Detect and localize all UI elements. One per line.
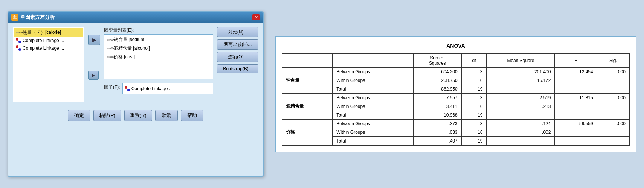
anova-table: Sum ofSquares df Mean Square F Sig. 钠含量 …: [282, 53, 630, 146]
col-empty1: [282, 53, 333, 67]
col-f: F: [555, 53, 597, 67]
f-val: [555, 76, 597, 85]
pencil-icon: ✏: [107, 55, 112, 60]
dep-list-box[interactable]: ✏ 钠含量 [sodium] ✏ 酒精含量 [alcohol] ✏ 价格 [co…: [104, 34, 213, 79]
arrow-right-button[interactable]: ▶: [88, 35, 100, 45]
factor-row: 因子(F): Complete Linkage ...: [104, 83, 213, 94]
sum-sq: .033: [413, 128, 461, 136]
sum-sq: 10.968: [413, 111, 461, 119]
df: 19: [461, 85, 487, 93]
sig: [597, 102, 629, 111]
df: 3: [461, 119, 487, 128]
df: 3: [461, 93, 487, 102]
table-row: 钠含量 Between Groups 604.200 3 201.400 12.…: [282, 67, 630, 76]
sum-sq: 7.557: [413, 93, 461, 102]
group-label: Between Groups: [333, 119, 414, 128]
dep-list-item[interactable]: ✏ 酒精含量 [alcohol]: [105, 44, 212, 53]
sig: [597, 111, 629, 119]
factor-label: 因子(F):: [104, 83, 120, 91]
group-label: Within Groups: [333, 128, 414, 136]
mean-sq: 201.400: [487, 67, 555, 76]
mean-sq: .213: [487, 102, 555, 111]
dep-label: 因变量列表(E):: [104, 27, 213, 33]
pencil-icon: ✏: [107, 46, 112, 51]
group-label: Between Groups: [333, 67, 414, 76]
df: 3: [461, 67, 487, 76]
category-alcohol: 酒精含量: [282, 93, 333, 119]
col-empty2: [333, 53, 414, 67]
f-val: 11.815: [555, 93, 597, 102]
dep-list-item[interactable]: ✏ 价格 [cost]: [105, 53, 212, 61]
cluster-icon: [125, 86, 130, 91]
group-label: Between Groups: [333, 93, 414, 102]
arrow-right-factor-button[interactable]: ▶: [88, 71, 99, 80]
dialog-body: ✏ 热量（卡）[calorie] Complete Linkage ...: [8, 23, 263, 129]
list-item[interactable]: Complete Linkage ...: [14, 44, 83, 52]
mean-sq: [487, 136, 555, 145]
bootstrap-button[interactable]: Bootstrap(B)...: [217, 64, 258, 73]
right-panels: 因变量列表(E): ✏ 钠含量 [sodium] ✏ 酒精含量 [alcohol…: [104, 27, 213, 94]
help-button[interactable]: 帮助: [181, 110, 203, 121]
f-val: [555, 102, 597, 111]
anova-title: ANOVA: [282, 43, 630, 49]
f-val: [555, 85, 597, 93]
list-item[interactable]: Complete Linkage ...: [14, 37, 83, 44]
col-df: df: [461, 53, 487, 67]
variable-list[interactable]: ✏ 热量（卡）[calorie] Complete Linkage ...: [13, 27, 84, 102]
sig: [597, 76, 629, 85]
table-row: Total 862.950 19: [282, 85, 630, 93]
dep-list-item[interactable]: ✏ 钠含量 [sodium]: [105, 35, 212, 44]
list-item-label: Complete Linkage ...: [23, 45, 64, 51]
paste-button[interactable]: 粘贴(P): [93, 110, 121, 121]
dep-item-label: 酒精含量 [alcohol]: [114, 45, 150, 52]
mean-sq: 16.172: [487, 76, 555, 85]
group-label: Within Groups: [333, 76, 414, 85]
arrow-column: ▶ ▶: [88, 27, 100, 80]
factor-box[interactable]: Complete Linkage ...: [122, 83, 213, 94]
col-sum-squares: Sum ofSquares: [413, 53, 461, 67]
mean-sq: [487, 85, 555, 93]
table-row: Within Groups 258.750 16 16.172: [282, 76, 630, 85]
title-left: 主 单因素方差分析: [11, 14, 55, 21]
list-item-label: Complete Linkage ...: [23, 38, 64, 43]
sum-sq: 862.950: [413, 85, 461, 93]
list-item-label: 热量（卡）[calorie]: [23, 29, 61, 36]
dialog-icon: 主: [11, 14, 18, 21]
sum-sq: 3.411: [413, 102, 461, 111]
mean-sq: .002: [487, 128, 555, 136]
f-val: 12.454: [555, 67, 597, 76]
table-row: Within Groups .033 16 .002: [282, 128, 630, 136]
options-button[interactable]: 选项(O)...: [217, 52, 258, 62]
cluster-icon: [16, 45, 21, 51]
mean-sq: [487, 111, 555, 119]
sig: .000: [597, 119, 629, 128]
table-row: 价格 Between Groups .373 3 .124 59.559 .00…: [282, 119, 630, 128]
post-hoc-button[interactable]: 两两比较(H)...: [217, 39, 258, 50]
table-row: Within Groups 3.411 16 .213: [282, 102, 630, 111]
df: 19: [461, 136, 487, 145]
dep-item-label: 价格 [cost]: [114, 54, 135, 60]
reset-button[interactable]: 重置(R): [124, 110, 152, 121]
f-val: 59.559: [555, 119, 597, 128]
sig: [597, 136, 629, 145]
ok-button[interactable]: 确定: [68, 110, 90, 121]
group-label: Within Groups: [333, 102, 414, 111]
sum-sq: 604.200: [413, 67, 461, 76]
close-button[interactable]: ✕: [252, 14, 260, 20]
sum-sq: .407: [413, 136, 461, 145]
mean-sq: .124: [487, 119, 555, 128]
list-item[interactable]: ✏ 热量（卡）[calorie]: [14, 28, 83, 37]
cancel-button[interactable]: 取消: [155, 110, 178, 121]
dialog-footer: 确定 粘贴(P) 重置(R) 取消 帮助: [13, 106, 258, 125]
sig: .000: [597, 93, 629, 102]
sig: .000: [597, 67, 629, 76]
f-val: [555, 136, 597, 145]
col-mean-square: Mean Square: [487, 53, 555, 67]
sig: [597, 85, 629, 93]
dialog-title: 单因素方差分析: [20, 14, 55, 21]
df: 16: [461, 76, 487, 85]
main-row: ✏ 热量（卡）[calorie] Complete Linkage ...: [13, 27, 258, 102]
compare-button[interactable]: 对比(N)...: [217, 27, 258, 37]
table-row: Total .407 19: [282, 136, 630, 145]
dialog-titlebar: 主 单因素方差分析 ✕: [8, 12, 263, 23]
